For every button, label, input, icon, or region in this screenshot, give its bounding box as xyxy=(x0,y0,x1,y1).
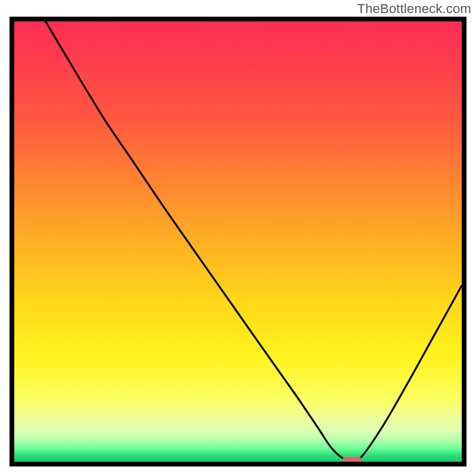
plot-area xyxy=(14,21,462,462)
bottleneck-curve xyxy=(14,21,462,462)
plot-frame xyxy=(10,17,466,466)
watermark-text: TheBottleneck.com xyxy=(357,1,471,17)
chart-stage: TheBottleneck.com xyxy=(0,0,476,476)
minimum-marker xyxy=(342,457,362,462)
